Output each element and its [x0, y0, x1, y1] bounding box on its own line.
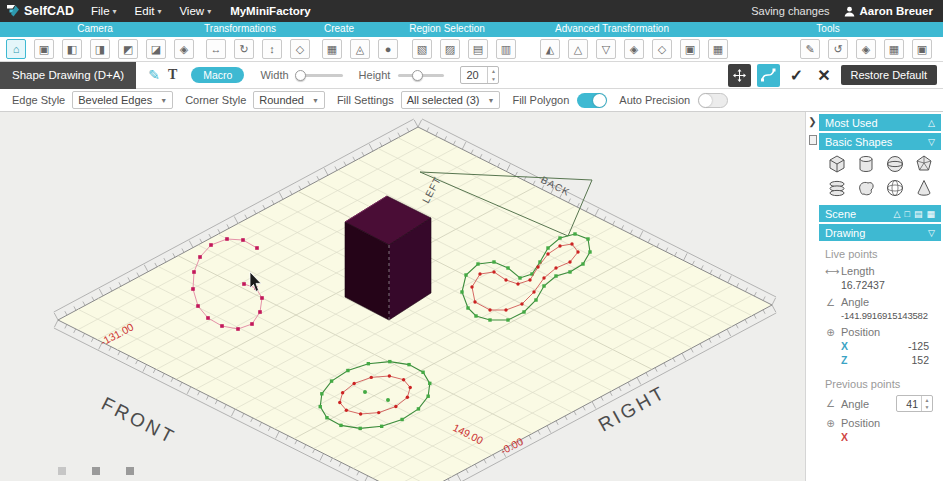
revolve-tool-icon[interactable]	[652, 39, 672, 59]
category-tools[interactable]: Tools	[816, 23, 839, 34]
scene-grid-view-icon[interactable]: ▦	[926, 209, 935, 219]
chevron-expand-icon: ▽	[928, 228, 935, 238]
blob-shape-icon[interactable]	[852, 178, 879, 198]
category-region-selection[interactable]: Region Selection	[409, 23, 485, 34]
utility-settings-icon[interactable]	[912, 39, 932, 59]
camera-left-view-icon[interactable]	[62, 39, 82, 59]
utility-measure-icon[interactable]	[856, 39, 876, 59]
width-slider-knob[interactable]	[295, 70, 306, 81]
bend-tool-icon[interactable]	[568, 39, 588, 59]
select-faces-icon[interactable]	[440, 39, 460, 59]
select-edges-icon[interactable]	[468, 39, 488, 59]
twist-tool-icon[interactable]	[540, 39, 560, 59]
confirm-button[interactable]: ✓	[786, 66, 807, 85]
camera-front-view-icon[interactable]	[118, 39, 138, 59]
sidebar-scroll-handle[interactable]	[809, 135, 817, 145]
category-advanced-transformation[interactable]: Advanced Transformation	[555, 23, 669, 34]
torus-shape-icon[interactable]	[823, 178, 850, 198]
menu-view[interactable]: View▾	[170, 0, 220, 22]
utility-slice-icon[interactable]	[884, 39, 904, 59]
macro-button[interactable]: Macro	[191, 67, 244, 83]
fill-polygon-toggle[interactable]	[577, 93, 607, 108]
sidebar-collapse-icon[interactable]: ❯	[808, 116, 816, 127]
camera-iso-view-icon[interactable]	[174, 39, 194, 59]
move-shape-button[interactable]	[728, 64, 751, 87]
section-scene[interactable]: Scene △ □ ▤ ▦	[819, 205, 941, 222]
text-tool[interactable]: T	[168, 67, 177, 83]
utility-draw-icon[interactable]	[800, 39, 820, 59]
cancel-button[interactable]: ✕	[813, 66, 834, 85]
stepper-up-icon[interactable]: ▲	[922, 396, 932, 404]
length-property: ⟷ Length	[825, 265, 935, 277]
shell-tool-icon[interactable]	[708, 39, 728, 59]
move-tool-icon[interactable]	[206, 39, 226, 59]
restore-default-button[interactable]: Restore Default	[841, 65, 937, 85]
size-value[interactable]: 20	[461, 67, 487, 83]
scale-tool-icon[interactable]	[262, 39, 282, 59]
view-indicator-3[interactable]	[126, 467, 134, 475]
viewport-canvas[interactable]: FRONT RIGHT LEFT BACK -131.00 149.00 -0.…	[0, 112, 805, 481]
view-indicator-2[interactable]	[92, 467, 100, 475]
scene-warning-icon[interactable]: △	[894, 209, 901, 219]
sweep-tool-icon[interactable]	[680, 39, 700, 59]
shape-drawing-toolbar: Shape Drawing (D+A) ✎ T Macro Width Heig…	[0, 62, 943, 89]
camera-right-view-icon[interactable]	[90, 39, 110, 59]
category-create[interactable]: Create	[324, 23, 354, 34]
fill-settings-dropdown[interactable]: All selected (3)▼	[401, 91, 501, 109]
stepper-down-icon[interactable]: ▼	[922, 404, 932, 412]
cylinder-shape-icon[interactable]	[852, 154, 879, 174]
category-camera[interactable]: Camera	[77, 23, 113, 34]
create-sketch-icon[interactable]	[350, 39, 370, 59]
select-verts-icon[interactable]	[496, 39, 516, 59]
extrude-tool-icon[interactable]	[624, 39, 644, 59]
selfcad-logo[interactable]: SelfCAD	[0, 4, 82, 18]
height-slider-knob[interactable]	[412, 70, 423, 81]
menu-file[interactable]: File▾	[82, 0, 126, 22]
3d-viewport[interactable]: FRONT RIGHT LEFT BACK -131.00 149.00 -0.…	[0, 112, 805, 481]
edge-style-dropdown[interactable]: Beveled Edges▼	[72, 91, 173, 109]
size-stepper[interactable]: ▲▼	[487, 67, 498, 83]
myminifactory-link[interactable]: MyMiniFactory	[230, 5, 311, 17]
curve-icon	[760, 67, 776, 83]
previous-angle-input[interactable]: 41 ▲▼	[896, 395, 933, 412]
size-input[interactable]: 20 ▲▼	[460, 66, 499, 84]
viewport-page-indicators[interactable]	[58, 467, 134, 475]
create-shape-icon[interactable]	[322, 39, 342, 59]
section-drawing[interactable]: Drawing ▽	[819, 224, 941, 241]
selfcad-app: SelfCAD File▾ Edit▾ View▾ MyMiniFactory …	[0, 0, 943, 481]
angle-value: -141.9916915143582	[841, 310, 935, 321]
taper-tool-icon[interactable]	[596, 39, 616, 59]
auto-precision-toggle[interactable]	[698, 93, 728, 108]
wire-sphere-shape-icon[interactable]	[881, 178, 908, 198]
polyhedron-shape-icon[interactable]	[910, 154, 937, 174]
camera-back-view-icon[interactable]	[146, 39, 166, 59]
create-3d-text-icon[interactable]	[378, 39, 398, 59]
cone-shape-icon[interactable]	[910, 178, 937, 198]
sphere-shape-icon[interactable]	[881, 154, 908, 174]
stepper-down-icon[interactable]: ▼	[488, 75, 498, 83]
corner-style-dropdown[interactable]: Rounded▼	[253, 91, 325, 109]
user-account[interactable]: Aaron Breuer	[844, 5, 934, 17]
stepper-up-icon[interactable]: ▲	[488, 67, 498, 75]
height-slider[interactable]	[398, 74, 444, 77]
curve-mode-button[interactable]	[757, 64, 780, 87]
section-basic-shapes[interactable]: Basic Shapes ▽	[819, 133, 941, 150]
cube-object[interactable]	[345, 196, 431, 320]
angle-stepper[interactable]: ▲▼	[921, 396, 932, 411]
view-indicator-1[interactable]	[58, 467, 66, 475]
category-transformations[interactable]: Transformations	[204, 23, 276, 34]
pencil-tool-icon[interactable]: ✎	[148, 67, 160, 83]
camera-home-view-icon[interactable]	[6, 39, 26, 59]
shape-drawing-mode-button[interactable]: Shape Drawing (D+A)	[0, 62, 136, 89]
scene-list-view-icon[interactable]: ▤	[914, 209, 923, 219]
width-slider[interactable]	[297, 74, 343, 77]
scene-cube-view-icon[interactable]: □	[905, 209, 910, 219]
utility-undo-icon[interactable]	[828, 39, 848, 59]
camera-top-view-icon[interactable]	[34, 39, 54, 59]
menu-edit[interactable]: Edit▾	[126, 0, 171, 22]
rotate-tool-icon[interactable]	[234, 39, 254, 59]
cube-shape-icon[interactable]	[823, 154, 850, 174]
section-most-used[interactable]: Most Used △	[819, 114, 941, 131]
select-region-icon[interactable]	[412, 39, 432, 59]
align-tool-icon[interactable]	[290, 39, 310, 59]
